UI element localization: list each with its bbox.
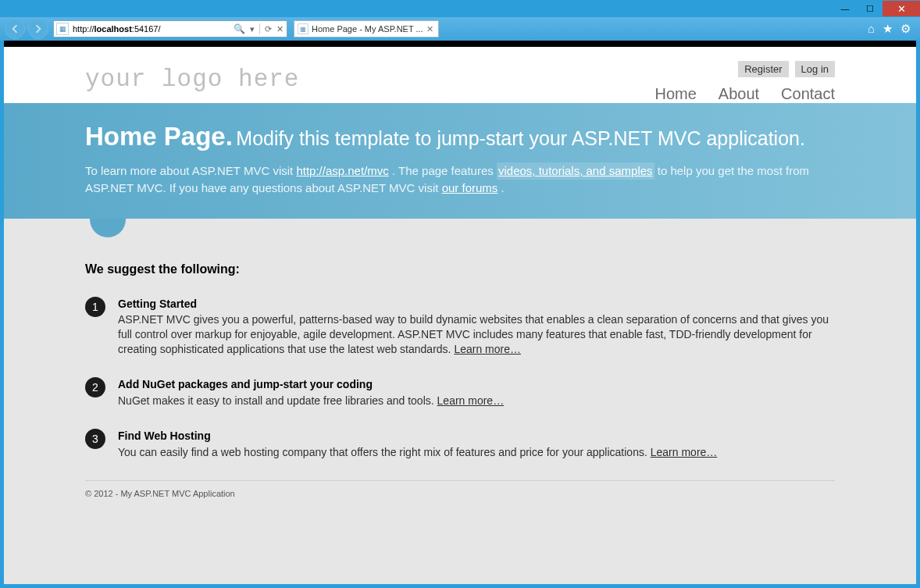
hero-text: . The page features [392,164,497,177]
nav-home[interactable]: Home [654,85,696,103]
login-link[interactable]: Log in [795,61,835,77]
suggest-heading: We suggest the following: [85,262,835,276]
hero-link-samples[interactable]: videos, tutorials, and samples [497,162,654,180]
step-number-badge: 3 [85,429,105,449]
nav-about[interactable]: About [719,85,759,103]
address-text: http://localhost:54167/ [71,24,230,34]
window-close-button[interactable]: ✕ [883,1,920,16]
hero-link-aspnetmvc[interactable]: http://asp.net/mvc [296,164,388,177]
window-minimize-button[interactable]: — [833,1,858,16]
site-logo[interactable]: your logo here [85,61,299,93]
learn-more-link[interactable]: Learn more… [437,394,505,407]
step-1: 1 Getting Started ASP.NET MVC gives you … [85,297,835,358]
search-dropdown[interactable]: ▾ [250,24,255,34]
hero-banner: Home Page. Modify this template to jump-… [4,103,916,219]
hero-text: . [501,181,505,194]
footer-text: © 2012 - My ASP.NET MVC Application [85,481,835,545]
step-2: 2 Add NuGet packages and jump-start your… [85,377,835,408]
url-host: localhost [94,24,132,34]
step-title: Add NuGet packages and jump-start your c… [118,377,835,392]
nav-contact[interactable]: Contact [781,85,835,103]
url-port: :54167/ [132,24,161,34]
settings-gear-icon[interactable]: ⚙ [900,22,911,36]
address-bar[interactable]: ▦ http://localhost:54167/ 🔍 ▾ ⟳ ✕ [53,20,287,37]
step-number-badge: 2 [85,377,105,397]
close-icon: ✕ [897,3,906,15]
step-text: You can easily find a web hosting compan… [118,446,651,458]
top-black-bar [4,41,916,47]
viewport: your logo here Register Log in Home Abou… [4,41,916,584]
learn-more-link[interactable]: Learn more… [651,446,718,458]
hero-subtitle: Modify this template to jump-start your … [236,127,805,149]
register-link[interactable]: Register [738,61,788,77]
back-button[interactable] [5,19,25,39]
tab-favicon-icon: ▦ [298,23,308,34]
divider [259,23,260,34]
forward-button[interactable] [28,19,48,39]
step-number-badge: 1 [85,297,105,317]
browser-toolbar: ▦ http://localhost:54167/ 🔍 ▾ ⟳ ✕ ▦ Home… [0,17,920,41]
stop-button[interactable]: ✕ [276,24,283,34]
tab-close-button[interactable]: ✕ [426,24,433,34]
page-favicon-icon: ▦ [56,23,69,35]
tab-title: Home Page - My ASP.NET ... [312,24,423,34]
url-scheme: http:// [73,24,94,34]
step-text: NuGet makes it easy to install and updat… [118,394,437,407]
step-title: Find Web Hosting [118,429,835,444]
arrow-left-icon [10,24,20,34]
arrow-right-icon [34,24,43,34]
window-maximize-button[interactable]: ☐ [858,1,883,16]
search-icon[interactable]: 🔍 [234,23,245,34]
hero-link-forums[interactable]: our forums [442,181,498,194]
hero-body: To learn more about ASP.NET MVC visit ht… [85,162,835,197]
hero-title: Home Page. [85,122,233,151]
step-title: Getting Started [118,297,835,312]
browser-tab[interactable]: ▦ Home Page - My ASP.NET ... ✕ [294,20,439,37]
learn-more-link[interactable]: Learn more… [454,343,521,355]
refresh-button[interactable]: ⟳ [265,24,272,34]
step-3: 3 Find Web Hosting You can easily find a… [85,429,835,460]
hero-text: To learn more about ASP.NET MVC visit [85,164,296,177]
favorites-icon[interactable]: ★ [883,22,893,36]
home-icon[interactable]: ⌂ [868,22,875,36]
